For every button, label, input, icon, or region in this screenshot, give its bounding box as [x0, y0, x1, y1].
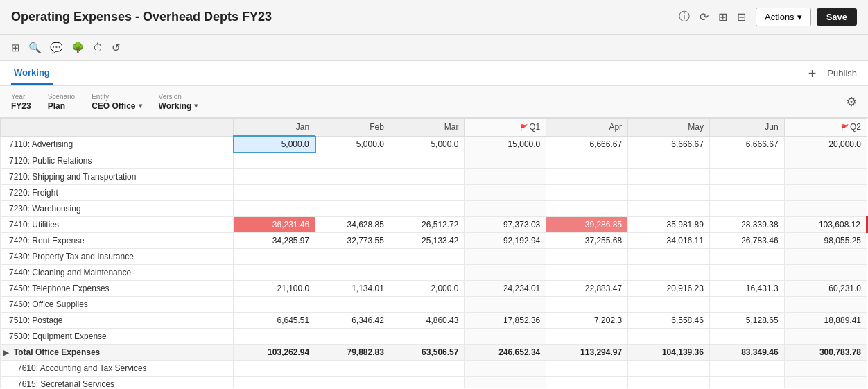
cell-r1-c0[interactable] [234, 153, 315, 168]
comment-icon[interactable]: 💬 [50, 42, 63, 54]
cell-r6-c6[interactable]: 26,783.46 [709, 232, 784, 248]
cell-r14-c6[interactable] [709, 360, 784, 376]
cell-r15-c3[interactable] [465, 376, 546, 388]
cell-r11-c3[interactable]: 17,852.36 [465, 312, 546, 328]
cell-r13-c3[interactable]: 246,652.34 [465, 344, 546, 360]
cell-r1-c2[interactable] [390, 153, 465, 168]
cell-r7-c1[interactable] [315, 248, 390, 264]
cell-r0-c2[interactable]: 5,000.0 [390, 136, 465, 153]
cell-r15-c4[interactable] [546, 376, 628, 388]
cell-r1-c7[interactable] [784, 153, 867, 168]
cell-r12-c0[interactable] [234, 328, 315, 344]
cell-r2-c7[interactable] [784, 168, 867, 184]
cell-r5-c6[interactable]: 28,339.38 [709, 216, 784, 232]
cell-r4-c3[interactable] [465, 200, 546, 216]
cell-r15-c5[interactable] [628, 376, 710, 388]
cell-r3-c6[interactable] [709, 184, 784, 200]
cell-r12-c5[interactable] [628, 328, 710, 344]
info-icon[interactable]: ⓘ [679, 10, 690, 24]
cell-r3-c2[interactable] [390, 184, 465, 200]
cell-r10-c0[interactable] [234, 296, 315, 312]
cell-r10-c6[interactable] [709, 296, 784, 312]
cell-r13-c4[interactable]: 113,294.97 [546, 344, 628, 360]
cell-r12-c6[interactable] [709, 328, 784, 344]
cell-r9-c7[interactable]: 60,231.0 [784, 280, 867, 296]
cell-r7-c0[interactable] [234, 248, 315, 264]
cell-r7-c7[interactable] [784, 248, 867, 264]
cell-r14-c5[interactable] [628, 360, 710, 376]
cell-r10-c1[interactable] [315, 296, 390, 312]
cell-r13-c5[interactable]: 104,139.36 [628, 344, 710, 360]
cell-r6-c7[interactable]: 98,055.25 [784, 232, 867, 248]
cell-r6-c5[interactable]: 34,016.11 [628, 232, 710, 248]
cell-r0-c1[interactable]: 5,000.0 [315, 136, 390, 153]
cell-r1-c1[interactable] [315, 153, 390, 168]
cell-r3-c5[interactable] [628, 184, 710, 200]
publish-button[interactable]: Publish [827, 68, 857, 78]
cell-r5-c5[interactable]: 35,981.89 [628, 216, 710, 232]
cell-r2-c1[interactable] [315, 168, 390, 184]
cell-r6-c0[interactable]: 34,285.97 [234, 232, 315, 248]
cell-r9-c5[interactable]: 20,916.23 [628, 280, 710, 296]
cell-r0-c5[interactable]: 6,666.67 [628, 136, 710, 153]
cell-r3-c1[interactable] [315, 184, 390, 200]
version-dropdown-icon[interactable]: ▾ [194, 102, 198, 110]
entity-dropdown-icon[interactable]: ▾ [139, 102, 142, 110]
undo-icon[interactable]: ↺ [112, 42, 121, 54]
cell-r7-c6[interactable] [709, 248, 784, 264]
cell-r14-c3[interactable] [465, 360, 546, 376]
cell-r11-c1[interactable]: 6,346.42 [315, 312, 390, 328]
cell-r9-c2[interactable]: 2,000.0 [390, 280, 465, 296]
refresh-icon[interactable]: ⟳ [700, 10, 709, 24]
history-icon[interactable]: ⏱ [93, 42, 103, 53]
cell-r8-c4[interactable] [546, 264, 628, 280]
cell-r9-c6[interactable]: 16,431.3 [709, 280, 784, 296]
cell-r9-c1[interactable]: 1,134.01 [315, 280, 390, 296]
cell-r9-c3[interactable]: 24,234.01 [465, 280, 546, 296]
cell-r8-c0[interactable] [234, 264, 315, 280]
cell-r15-c6[interactable] [709, 376, 784, 388]
version-filter[interactable]: Version Working ▾ [159, 93, 198, 111]
cell-r15-c7[interactable] [784, 376, 867, 388]
cell-r2-c6[interactable] [709, 168, 784, 184]
cell-r3-c0[interactable] [234, 184, 315, 200]
cell-r8-c5[interactable] [628, 264, 710, 280]
cell-r15-c1[interactable] [315, 376, 390, 388]
filter-icon[interactable]: ⊞ [11, 42, 20, 54]
cell-r6-c4[interactable]: 37,255.68 [546, 232, 628, 248]
cell-r4-c7[interactable] [784, 200, 867, 216]
cell-r13-c2[interactable]: 63,506.57 [390, 344, 465, 360]
cell-r12-c3[interactable] [465, 328, 546, 344]
cell-r6-c2[interactable]: 25,133.42 [390, 232, 465, 248]
cell-r7-c5[interactable] [628, 248, 710, 264]
cell-r11-c4[interactable]: 7,202.3 [546, 312, 628, 328]
cell-r0-c7[interactable]: 20,000.0 [784, 136, 867, 153]
cell-r13-c7[interactable]: 300,783.78 [784, 344, 867, 360]
cell-r2-c2[interactable] [390, 168, 465, 184]
cell-r11-c0[interactable]: 6,645.51 [234, 312, 315, 328]
entity-filter[interactable]: Entity CEO Office ▾ [92, 93, 141, 111]
cell-r4-c1[interactable] [315, 200, 390, 216]
cell-r12-c1[interactable] [315, 328, 390, 344]
cell-r10-c4[interactable] [546, 296, 628, 312]
cell-r8-c3[interactable] [465, 264, 546, 280]
cell-r0-c0[interactable]: 5,000.0 [234, 136, 315, 153]
cell-r4-c5[interactable] [628, 200, 710, 216]
cell-r12-c7[interactable] [784, 328, 867, 344]
cell-r8-c2[interactable] [390, 264, 465, 280]
cell-r1-c6[interactable] [709, 153, 784, 168]
cell-r7-c3[interactable] [465, 248, 546, 264]
cell-r1-c4[interactable] [546, 153, 628, 168]
cell-r5-c1[interactable]: 34,628.85 [315, 216, 390, 232]
cell-r10-c3[interactable] [465, 296, 546, 312]
cell-r13-c1[interactable]: 79,882.83 [315, 344, 390, 360]
cell-r10-c7[interactable] [784, 296, 867, 312]
cell-r5-c0[interactable]: 36,231.46 [234, 216, 315, 232]
hierarchy-icon[interactable]: 🌳 [71, 42, 85, 54]
cell-r12-c4[interactable] [546, 328, 628, 344]
search-icon[interactable]: 🔍 [28, 42, 42, 54]
cell-r6-c1[interactable]: 32,773.55 [315, 232, 390, 248]
triangle-collapse[interactable]: ▶ [3, 349, 11, 356]
cell-r7-c4[interactable] [546, 248, 628, 264]
cell-r3-c3[interactable] [465, 184, 546, 200]
